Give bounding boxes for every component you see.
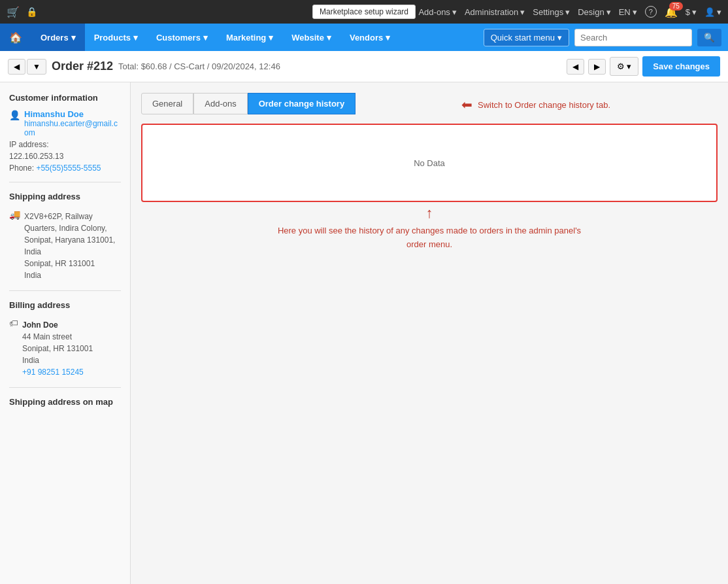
tag-icon: 🏷 <box>9 318 18 378</box>
right-annotation-text: Switch to Order change history tab. <box>478 100 610 110</box>
customer-ip: 122.160.253.13 <box>9 152 121 161</box>
billing-address-row: 🏷 John Doe 44 Main street Sonipat, HR 13… <box>9 317 121 378</box>
divider-3 <box>9 387 121 388</box>
truck-icon: 🚚 <box>9 209 20 281</box>
nav-item-products[interactable]: Products ▾ <box>85 24 147 51</box>
design-menu[interactable]: Design ▾ <box>578 7 610 17</box>
shipping-address-text: X2V8+62P, Railway Quarters, Indira Colon… <box>24 211 121 281</box>
nav-item-website[interactable]: Website ▾ <box>282 24 340 51</box>
customer-ip-label: IP address: <box>9 140 121 149</box>
divider-1 <box>9 182 121 182</box>
customers-chevron-icon: ▾ <box>203 33 208 43</box>
left-arrow-icon: ⬅ <box>461 97 472 112</box>
website-chevron-icon: ▾ <box>327 33 331 43</box>
shipping-map-title: Shipping address on map <box>9 397 121 407</box>
addons-menu[interactable]: Add-ons ▾ <box>418 7 456 17</box>
order-meta: Total: $60.68 / CS-Cart / 09/20/2024, 12… <box>118 61 280 71</box>
order-nav-arrows: ◀ ▼ <box>8 59 46 75</box>
search-input[interactable] <box>574 29 692 46</box>
currency-chevron-icon: ▾ <box>692 7 697 17</box>
help-icon[interactable]: ? <box>645 6 657 18</box>
home-button[interactable]: 🏠 <box>0 24 31 51</box>
customer-phone-label: Phone: +55(55)5555-5555 <box>9 163 121 173</box>
vendors-chevron-icon: ▾ <box>386 33 390 43</box>
person-icon: 👤 <box>9 110 20 120</box>
next-record-button[interactable]: ▶ <box>588 59 606 75</box>
orders-chevron-icon: ▾ <box>71 33 76 43</box>
nav-item-marketing[interactable]: Marketing ▾ <box>217 24 282 51</box>
quick-start-chevron-icon: ▾ <box>557 33 562 43</box>
settings-button[interactable]: ⚙ ▾ <box>610 57 639 76</box>
lang-chevron-icon: ▾ <box>633 7 637 17</box>
nav-item-orders[interactable]: Orders ▾ <box>31 24 85 51</box>
tabs: General Add-ons Order change history <box>141 93 718 114</box>
gear-chevron-icon: ▾ <box>627 61 631 71</box>
order-title: Order #212 <box>52 60 113 73</box>
addons-chevron-icon: ▾ <box>452 7 457 17</box>
order-actions: ◀ ▶ ⚙ ▾ Save changes <box>567 56 720 77</box>
tab-general[interactable]: General <box>141 93 193 114</box>
divider-2 <box>9 290 121 291</box>
main-nav: 🏠 Orders ▾ Products ▾ Customers ▾ Market… <box>0 24 728 51</box>
products-chevron-icon: ▾ <box>133 33 138 43</box>
main-panel: General Add-ons Order change history ⬅ S… <box>131 82 728 584</box>
search-icon: 🔍 <box>704 33 715 43</box>
no-data-text: No Data <box>414 158 445 168</box>
language-menu[interactable]: EN ▾ <box>619 7 637 17</box>
notifications-icon[interactable]: 🔔 75 <box>665 6 678 18</box>
tab-addons[interactable]: Add-ons <box>193 93 247 114</box>
customer-phone-link[interactable]: +55(55)5555-5555 <box>36 163 101 173</box>
tabs-wrapper: General Add-ons Order change history ⬅ S… <box>141 93 718 114</box>
top-bar-left: 🛒 🔒 <box>7 6 37 18</box>
no-data-panel: No Data <box>141 124 718 202</box>
top-bar-right: Add-ons ▾ Administration ▾ Settings ▾ De… <box>418 6 721 18</box>
settings-menu[interactable]: Settings ▾ <box>533 7 570 17</box>
marketing-chevron-icon: ▾ <box>269 33 273 43</box>
sidebar: Customer information 👤 Himanshu Doe hima… <box>0 82 131 584</box>
customer-info-title: Customer information <box>9 93 121 103</box>
search-button[interactable]: 🔍 <box>697 29 721 46</box>
user-chevron-icon: ▾ <box>717 7 721 17</box>
save-changes-button[interactable]: Save changes <box>642 56 720 77</box>
content-area: Customer information 👤 Himanshu Doe hima… <box>0 82 728 584</box>
notifications-badge: 75 <box>669 2 683 10</box>
billing-address-text: John Doe 44 Main street Sonipat, HR 1310… <box>22 319 93 378</box>
customer-email[interactable]: himanshu.ecarter@gmail.com <box>24 119 121 137</box>
shipping-address-title: Shipping address <box>9 192 121 201</box>
billing-phone-link[interactable]: +91 98251 15245 <box>22 368 84 377</box>
top-bar-center: Marketplace setup wizard <box>312 5 416 19</box>
administration-menu[interactable]: Administration ▾ <box>465 7 525 17</box>
right-annotation: ⬅ Switch to Order change history tab. <box>461 97 610 112</box>
design-chevron-icon: ▾ <box>606 7 611 17</box>
gear-icon: ⚙ <box>617 61 625 71</box>
nav-item-vendors[interactable]: Vendors ▾ <box>340 24 399 51</box>
cart-icon: 🛒 <box>7 6 20 18</box>
order-header: ◀ ▼ Order #212 Total: $60.68 / CS-Cart /… <box>0 51 728 82</box>
user-menu[interactable]: 👤 ▾ <box>704 7 721 17</box>
below-annotation-text: Here you will see the history of any cha… <box>141 224 718 252</box>
quick-start-button[interactable]: Quick start menu ▾ <box>484 29 569 46</box>
currency-menu[interactable]: $ ▾ <box>686 7 697 17</box>
next-order-button[interactable]: ▼ <box>27 59 46 75</box>
marketplace-wizard-button[interactable]: Marketplace setup wizard <box>312 5 416 19</box>
admin-chevron-icon: ▾ <box>520 7 525 17</box>
top-bar: 🛒 🔒 Marketplace setup wizard Add-ons ▾ A… <box>0 0 728 24</box>
tab-order-change-history[interactable]: Order change history <box>248 93 356 114</box>
up-arrow-icon: ↑ <box>141 205 718 222</box>
lock-icon: 🔒 <box>26 7 37 17</box>
nav-right: Quick start menu ▾ 🔍 <box>484 29 728 46</box>
up-arrow-area: ↑ <box>141 205 718 222</box>
settings-chevron-icon: ▾ <box>565 7 570 17</box>
nav-item-customers[interactable]: Customers ▾ <box>147 24 217 51</box>
customer-name-link[interactable]: Himanshu Doe <box>24 109 121 119</box>
shipping-address-row: 🚚 X2V8+62P, Railway Quarters, Indira Col… <box>9 208 121 281</box>
prev-order-button[interactable]: ◀ <box>8 59 25 75</box>
prev-record-button[interactable]: ◀ <box>567 59 584 75</box>
customer-row: 👤 Himanshu Doe himanshu.ecarter@gmail.co… <box>9 109 121 137</box>
billing-address-title: Billing address <box>9 300 121 310</box>
